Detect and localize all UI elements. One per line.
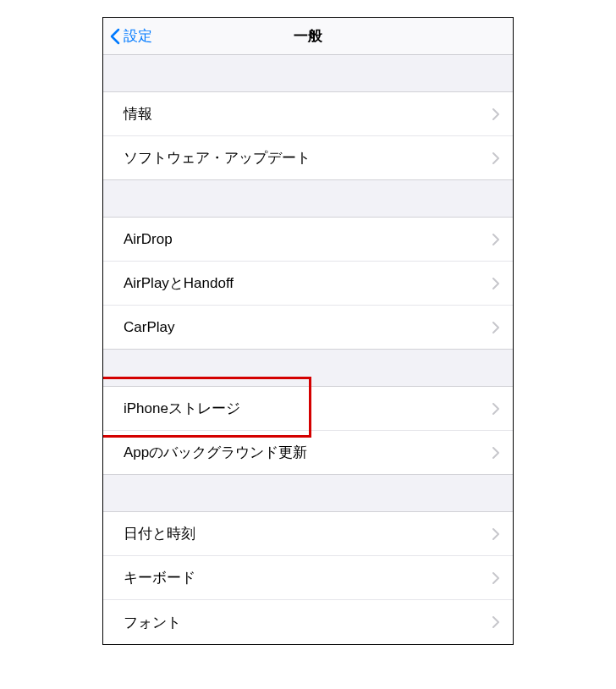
list-group-3: iPhoneストレージ Appのバックグラウンド更新 xyxy=(103,387,513,475)
chevron-right-icon xyxy=(492,528,499,540)
row-label: Appのバックグラウンド更新 xyxy=(124,443,307,462)
list-group-4: 日付と時刻 キーボード フォント xyxy=(103,512,513,644)
row-label: キーボード xyxy=(124,568,195,587)
row-label: iPhoneストレージ xyxy=(124,399,240,418)
row-airplay-handoff[interactable]: AirPlayとHandoff xyxy=(103,262,513,306)
chevron-right-icon xyxy=(492,108,499,120)
row-label: 情報 xyxy=(124,104,152,124)
chevron-right-icon xyxy=(492,572,499,584)
section-gap xyxy=(103,350,513,387)
back-button[interactable]: 設定 xyxy=(103,26,152,46)
row-background-app-refresh[interactable]: Appのバックグラウンド更新 xyxy=(103,431,513,475)
phone-frame: 設定 一般 情報 ソフトウェア・アップデート AirDrop AirPlayとH… xyxy=(102,17,514,645)
row-software-update[interactable]: ソフトウェア・アップデート xyxy=(103,136,513,180)
row-label: ソフトウェア・アップデート xyxy=(124,148,311,168)
row-date-time[interactable]: 日付と時刻 xyxy=(103,512,513,556)
row-label: AirDrop xyxy=(124,231,173,248)
page-title: 一般 xyxy=(294,26,322,46)
nav-bar: 設定 一般 xyxy=(103,18,513,55)
section-gap xyxy=(103,475,513,512)
row-label: AirPlayとHandoff xyxy=(124,273,234,293)
row-label: フォント xyxy=(124,613,181,632)
section-gap xyxy=(103,55,513,92)
row-iphone-storage[interactable]: iPhoneストレージ xyxy=(103,387,513,431)
row-info[interactable]: 情報 xyxy=(103,92,513,136)
row-carplay[interactable]: CarPlay xyxy=(103,306,513,350)
chevron-right-icon xyxy=(492,152,499,164)
chevron-right-icon xyxy=(492,403,499,415)
back-label: 設定 xyxy=(124,26,152,46)
chevron-right-icon xyxy=(492,322,499,333)
section-gap xyxy=(103,180,513,218)
chevron-left-icon xyxy=(110,28,120,45)
row-label: CarPlay xyxy=(124,319,174,336)
row-keyboard[interactable]: キーボード xyxy=(103,556,513,600)
list-group-2: AirDrop AirPlayとHandoff CarPlay xyxy=(103,218,513,350)
list-group-1: 情報 ソフトウェア・アップデート xyxy=(103,92,513,180)
chevron-right-icon xyxy=(492,616,499,628)
row-fonts[interactable]: フォント xyxy=(103,600,513,644)
row-label: 日付と時刻 xyxy=(124,524,195,543)
chevron-right-icon xyxy=(492,278,499,289)
chevron-right-icon xyxy=(492,234,499,245)
row-airdrop[interactable]: AirDrop xyxy=(103,218,513,262)
chevron-right-icon xyxy=(492,447,499,459)
